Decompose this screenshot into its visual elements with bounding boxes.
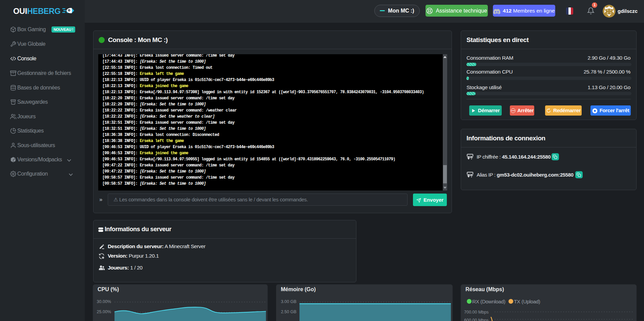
svg-text:STOP: STOP [512, 110, 515, 112]
